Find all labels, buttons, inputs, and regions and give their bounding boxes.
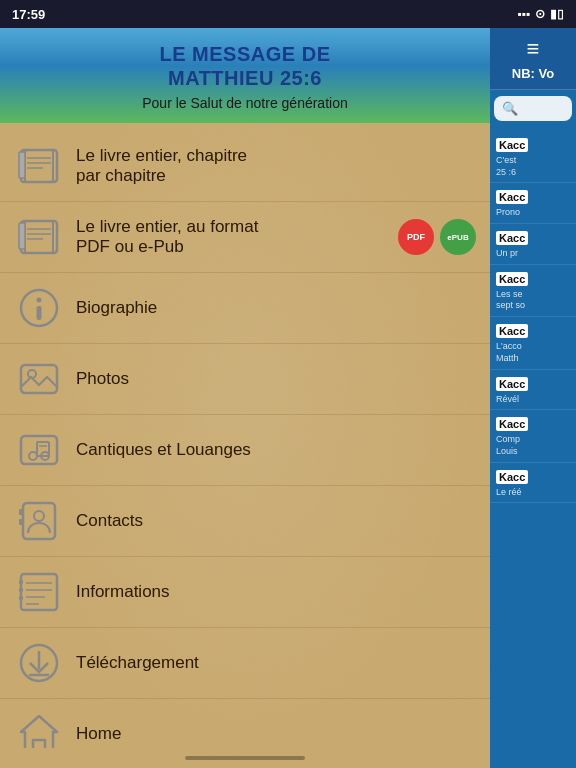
search-icon: 🔍 <box>502 101 518 116</box>
menu-label-telechargement: Téléchargement <box>76 653 476 673</box>
status-icons: ▪▪▪ ⊙ ▮▯ <box>517 7 564 21</box>
music-icon <box>14 425 64 475</box>
svg-rect-14 <box>37 306 42 320</box>
svg-rect-34 <box>19 580 23 584</box>
right-panel: ≡ NB: Vo 🔍 Kacc C'est25 :6 Kacc Prono Ka… <box>490 28 576 768</box>
menu-label-photos: Photos <box>76 369 476 389</box>
svg-rect-17 <box>21 436 57 464</box>
battery-icon: ▮▯ <box>550 7 564 21</box>
svg-rect-15 <box>21 365 57 393</box>
menu-item-home[interactable]: Home <box>0 699 490 748</box>
menu-item-biographie[interactable]: Biographie <box>0 273 490 344</box>
svg-point-13 <box>37 298 42 303</box>
main-layout: LE MESSAGE DEMATTHIEU 25:6 Pour le Salut… <box>0 28 576 768</box>
home-indicator <box>0 748 490 768</box>
svg-rect-36 <box>19 596 23 600</box>
right-item-title: Kacc <box>496 190 528 204</box>
svg-rect-26 <box>19 509 23 515</box>
menu-item-telechargement[interactable]: Téléchargement <box>0 628 490 699</box>
menu-item-book-chapter[interactable]: Le livre entier, chapitrepar chapitre <box>0 131 490 202</box>
right-item-title: Kacc <box>496 417 528 431</box>
app-header: LE MESSAGE DEMATTHIEU 25:6 Pour le Salut… <box>0 28 490 123</box>
epub-badge[interactable]: ePUB <box>440 219 476 255</box>
right-search-bar[interactable]: 🔍 <box>494 96 572 121</box>
hamburger-icon[interactable]: ≡ <box>496 36 570 62</box>
right-item-title: Kacc <box>496 272 528 286</box>
menu-item-contacts[interactable]: Contacts <box>0 486 490 557</box>
svg-rect-27 <box>19 519 23 525</box>
svg-rect-5 <box>19 152 25 178</box>
home-bar <box>185 756 305 760</box>
right-item-title: Kacc <box>496 138 528 152</box>
right-header: ≡ NB: Vo <box>490 28 576 90</box>
right-item-title: Kacc <box>496 231 528 245</box>
info-icon <box>14 283 64 333</box>
right-item-title: Kacc <box>496 377 528 391</box>
menu-item-informations[interactable]: Informations <box>0 557 490 628</box>
menu-item-book-pdf[interactable]: Le livre entier, au formatPDF ou e-Pub P… <box>0 202 490 273</box>
menu-label-biographie: Biographie <box>76 298 476 318</box>
right-list-item[interactable]: Kacc Le réé <box>490 463 576 504</box>
book-icon <box>14 141 64 191</box>
svg-point-18 <box>29 452 37 460</box>
right-list-item[interactable]: Kacc CompLouis <box>490 410 576 462</box>
right-nb-text: NB: Vo <box>496 66 570 81</box>
right-list-item[interactable]: Kacc Révél <box>490 370 576 411</box>
right-list-item[interactable]: Kacc Un pr <box>490 224 576 265</box>
format-badges: PDF ePUB <box>398 219 476 255</box>
menu-item-photos[interactable]: Photos <box>0 344 490 415</box>
right-list-item[interactable]: Kacc Prono <box>490 183 576 224</box>
wifi-icon: ⊙ <box>535 7 545 21</box>
right-item-text: Prono <box>496 207 570 219</box>
svg-marker-40 <box>21 716 57 748</box>
signal-icon: ▪▪▪ <box>517 7 530 21</box>
right-items-list: Kacc C'est25 :6 Kacc Prono Kacc Un pr Ka… <box>490 127 576 768</box>
status-bar: 17:59 ▪▪▪ ⊙ ▮▯ <box>0 0 576 28</box>
app-title: LE MESSAGE DEMATTHIEU 25:6 <box>16 42 474 90</box>
right-item-text: Révél <box>496 394 570 406</box>
menu-label-informations: Informations <box>76 582 476 602</box>
menu-label-cantiques: Cantiques et Louanges <box>76 440 476 460</box>
menu-label-book-chapter: Le livre entier, chapitrepar chapitre <box>76 146 476 186</box>
svg-rect-35 <box>19 588 23 592</box>
right-item-text: CompLouis <box>496 434 570 457</box>
right-item-text: L'accoMatth <box>496 341 570 364</box>
informations-icon <box>14 567 64 617</box>
contacts-icon <box>14 496 64 546</box>
menu-label-contacts: Contacts <box>76 511 476 531</box>
book-pdf-icon <box>14 212 64 262</box>
svg-rect-7 <box>25 221 53 253</box>
right-list-item[interactable]: Kacc Les sesept so <box>490 265 576 317</box>
download-icon <box>14 638 64 688</box>
right-item-text: C'est25 :6 <box>496 155 570 178</box>
right-item-title: Kacc <box>496 324 528 338</box>
right-item-text: Les sesept so <box>496 289 570 312</box>
photo-icon <box>14 354 64 404</box>
left-panel: LE MESSAGE DEMATTHIEU 25:6 Pour le Salut… <box>0 28 490 768</box>
svg-rect-1 <box>25 150 53 182</box>
svg-rect-11 <box>19 223 25 249</box>
menu-label-home: Home <box>76 724 476 744</box>
right-item-text: Un pr <box>496 248 570 260</box>
svg-rect-0 <box>21 150 57 182</box>
menu-label-book-pdf: Le livre entier, au formatPDF ou e-Pub <box>76 217 398 257</box>
svg-point-28 <box>34 511 44 521</box>
right-item-text: Le réé <box>496 487 570 499</box>
right-item-title: Kacc <box>496 470 528 484</box>
svg-rect-6 <box>21 221 57 253</box>
menu-item-cantiques[interactable]: Cantiques et Louanges <box>0 415 490 486</box>
menu-list: Le livre entier, chapitrepar chapitre Le… <box>0 123 490 748</box>
pdf-badge[interactable]: PDF <box>398 219 434 255</box>
time: 17:59 <box>12 7 45 22</box>
home-icon <box>14 709 64 748</box>
right-list-item[interactable]: Kacc C'est25 :6 <box>490 131 576 183</box>
right-list-item[interactable]: Kacc L'accoMatth <box>490 317 576 369</box>
app-subtitle: Pour le Salut de notre génération <box>16 95 474 111</box>
